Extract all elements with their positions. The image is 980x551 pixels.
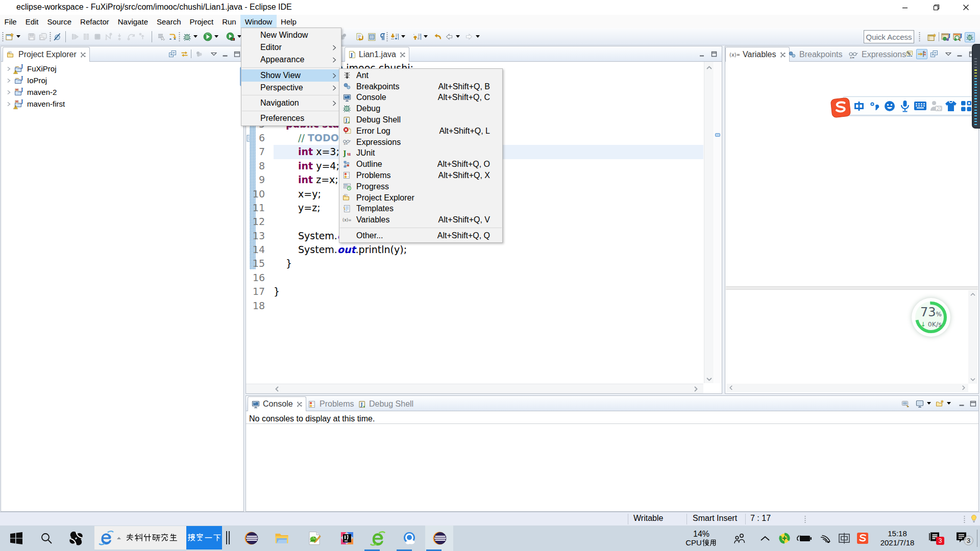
close-icon[interactable] <box>80 52 86 58</box>
last-edit-loc-icon[interactable] <box>433 32 442 41</box>
new-wizard-icon[interactable] <box>5 32 14 41</box>
show-view-item-templates[interactable]: Templates <box>339 204 502 215</box>
tree-item-maven-first[interactable]: MJmaven-first <box>1 98 243 110</box>
menu-run[interactable]: Run <box>218 15 241 28</box>
show-view-item-breakpoints[interactable]: BreakpointsAlt+Shift+Q, B <box>339 81 502 92</box>
scroll-down-icon[interactable] <box>970 377 976 382</box>
resume-icon[interactable] <box>70 32 80 41</box>
persp-debug-button[interactable] <box>965 32 975 42</box>
sg-grid-icon[interactable] <box>959 99 973 113</box>
expand-chevron-icon[interactable] <box>6 66 11 71</box>
show-view-item-error-log[interactable]: Error LogAlt+Shift+Q, L <box>339 126 502 137</box>
window-menu-item-navigation[interactable]: Navigation <box>241 97 341 109</box>
tab-lian1-java[interactable]: J Lian1.java <box>345 47 409 62</box>
viewmenu-icon[interactable] <box>944 50 953 58</box>
run-icon[interactable] <box>203 32 212 41</box>
sg-smiley-icon[interactable] <box>883 99 897 113</box>
window-menu-item-appearance[interactable]: Appearance <box>241 54 341 66</box>
close-icon[interactable] <box>297 402 302 407</box>
tray-battery-icon[interactable] <box>795 525 814 551</box>
search-button[interactable] <box>186 526 222 549</box>
tray-sogou-icon[interactable] <box>854 525 871 551</box>
persp-java-browsing-button[interactable]: J <box>953 32 963 42</box>
tray-network-icon[interactable] <box>817 525 834 551</box>
sg-shirt-icon[interactable] <box>944 99 958 113</box>
forward-dropdown-icon[interactable] <box>476 35 480 38</box>
show-view-item-outline[interactable]: OutlineAlt+Shift+Q, O <box>339 159 502 170</box>
sg-zhong-icon[interactable] <box>852 99 866 113</box>
minimize-icon[interactable] <box>220 50 230 58</box>
show-view-item-problems[interactable]: ProblemsAlt+Shift+Q, X <box>339 170 502 181</box>
scroll-up-icon[interactable] <box>706 65 713 70</box>
show-view-item-junit[interactable]: JuJUnit <box>339 148 502 159</box>
run-dropdown-icon[interactable] <box>214 35 218 38</box>
run-to-line-icon[interactable] <box>157 32 166 41</box>
window-menu-item-preferences[interactable]: Preferences <box>241 112 341 124</box>
focus-gray-icon[interactable] <box>194 50 204 58</box>
pinned-app-black-icon[interactable] <box>64 525 88 551</box>
quick-access-box[interactable]: Quick Access <box>864 30 914 43</box>
scroll-up-icon[interactable] <box>970 292 976 297</box>
tab-problems[interactable]: Problems <box>305 397 358 411</box>
scroll-down-icon[interactable] <box>706 377 713 382</box>
scroll-left-icon[interactable] <box>729 385 733 391</box>
sg-mic-icon[interactable] <box>898 99 912 113</box>
network-speed-ball[interactable]: 73% ↓ 0K/s <box>912 298 950 337</box>
sg-keyboard-icon[interactable] <box>913 99 927 113</box>
editor-maximize-icon[interactable] <box>709 50 719 58</box>
scroll-left-icon[interactable] <box>275 386 280 392</box>
show-view-item-variables[interactable]: (x)=VariablesAlt+Shift+Q, V <box>339 214 502 226</box>
open-console-icon[interactable] <box>901 399 910 408</box>
dropdown-icon[interactable] <box>927 402 931 405</box>
save-icon[interactable] <box>27 32 36 41</box>
window-menu-item-new-window[interactable]: New Window <box>241 29 341 41</box>
tray-people-icon[interactable] <box>731 525 748 551</box>
debug-icon[interactable] <box>182 32 191 41</box>
link-editor-icon[interactable] <box>180 50 189 58</box>
tab-breakpoints[interactable]: Breakpoints <box>785 47 846 62</box>
start-button[interactable] <box>4 525 29 551</box>
menu-window[interactable]: Window <box>240 15 276 28</box>
taskbar-notes-icon[interactable]: 3 <box>925 525 945 551</box>
skip-breakpoints-icon[interactable] <box>53 32 62 41</box>
step-return-icon[interactable] <box>138 32 147 41</box>
show-view-item-debug[interactable]: Debug <box>339 103 502 114</box>
sogou-logo-icon[interactable] <box>830 95 854 119</box>
show-view-item-other-[interactable]: Other...Alt+Shift+Q, Q <box>339 230 502 241</box>
editor-horizontal-scrollbar[interactable] <box>246 384 703 393</box>
menu-navigate[interactable]: Navigate <box>113 15 152 28</box>
taskbar-file-explorer[interactable] <box>270 525 294 551</box>
menu-source[interactable]: Source <box>43 15 76 28</box>
minimize-icon[interactable] <box>955 50 964 58</box>
logical-structure-icon[interactable] <box>905 50 915 58</box>
taskbar-green-browser[interactable] <box>365 525 390 551</box>
next-anno-icon[interactable] <box>390 32 399 41</box>
close-icon[interactable] <box>400 52 405 58</box>
step-filters-icon[interactable] <box>168 32 177 41</box>
expand-chevron-icon[interactable] <box>6 90 11 95</box>
taskbar-eclipse-active[interactable] <box>428 525 451 551</box>
back-icon[interactable] <box>445 32 454 41</box>
expand-chevron-icon[interactable] <box>6 78 11 83</box>
step-over-icon[interactable] <box>127 32 136 41</box>
close-button[interactable] <box>954 0 977 15</box>
show-desktop-separator[interactable] <box>977 530 977 547</box>
tab-variables[interactable]: (x)=Variables <box>725 47 790 62</box>
open-perspective-button[interactable] <box>927 32 937 42</box>
detail-vertical-scrollbar[interactable] <box>968 290 977 384</box>
tree-item-fuxiproj[interactable]: JFuXiProj <box>1 63 243 74</box>
taskbar-news-searchbox[interactable] <box>94 526 186 549</box>
collapse-all-icon[interactable] <box>168 50 177 58</box>
taskbar-image-editor[interactable] <box>302 525 327 551</box>
editor-vertical-scrollbar[interactable] <box>704 62 714 383</box>
tray-360-safety-icon[interactable] <box>776 525 793 551</box>
step-into-icon[interactable] <box>115 32 125 41</box>
minimize-button[interactable] <box>893 0 916 15</box>
disconnect-icon[interactable] <box>104 32 113 41</box>
scroll-right-icon[interactable] <box>961 385 966 391</box>
back-dropdown-icon[interactable] <box>456 35 460 38</box>
display-console-icon[interactable] <box>915 399 924 408</box>
debug-dropdown-icon[interactable] <box>193 35 198 38</box>
menu-help[interactable]: Help <box>277 15 301 28</box>
window-menu-item-show-view[interactable]: Show View <box>241 69 341 82</box>
